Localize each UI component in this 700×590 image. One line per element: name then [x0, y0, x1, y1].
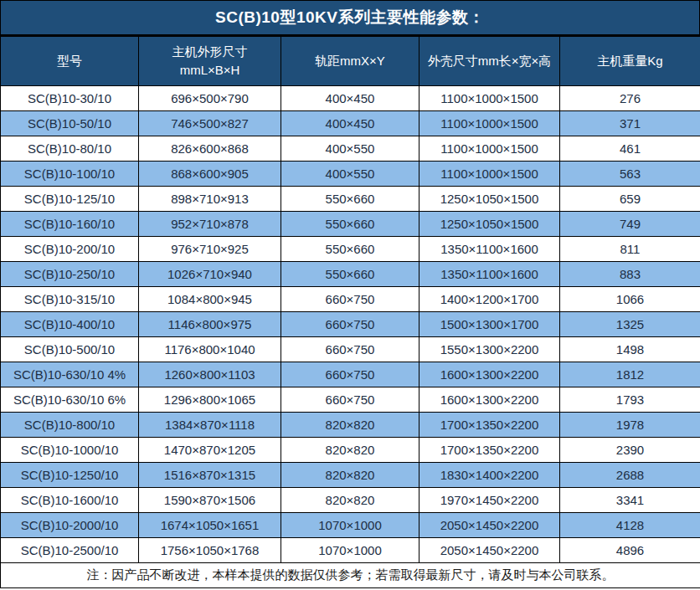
table-row: SC(B)10-50/10746×500×827400×4501100×1000… — [1, 111, 700, 136]
table-row: SC(B)10-1600/101590×870×1506820×8201970×… — [1, 488, 700, 513]
cell-track-gauge: 550×660 — [281, 187, 419, 212]
cell-weight: 1978 — [560, 413, 700, 438]
cell-weight: 4896 — [560, 538, 700, 563]
cell-track-gauge: 660×750 — [281, 312, 419, 337]
cell-unit-size: 1384×870×1118 — [139, 413, 281, 438]
cell-track-gauge: 550×660 — [281, 262, 419, 287]
cell-model: SC(B)10-1000/10 — [1, 438, 139, 463]
column-header-label: 外壳尺寸mm长×宽×高 — [428, 54, 552, 68]
cell-model: SC(B)10-630/10 6% — [1, 387, 139, 413]
column-header-label: 型号 — [57, 54, 82, 68]
cell-shell-size: 2050×1450×2200 — [419, 513, 560, 538]
cell-shell-size: 1100×1000×1500 — [419, 136, 560, 162]
cell-unit-size: 1470×870×1205 — [139, 438, 281, 463]
table-row: SC(B)10-80/10826×600×868400×5501100×1000… — [1, 136, 700, 162]
cell-model: SC(B)10-125/10 — [1, 187, 139, 212]
cell-weight: 883 — [560, 262, 700, 287]
cell-model: SC(B)10-2000/10 — [1, 513, 139, 538]
cell-model: SC(B)10-1600/10 — [1, 488, 139, 513]
table-body: SC(B)10-30/10696×500×790400×4501100×1000… — [1, 86, 700, 563]
table-row: SC(B)10-1250/101516×870×1315820×8201830×… — [1, 463, 700, 488]
cell-model: SC(B)10-250/10 — [1, 262, 139, 287]
cell-unit-size: 1296×800×1065 — [139, 387, 281, 413]
table-row: SC(B)10-250/101026×710×940550×6601350×11… — [1, 262, 700, 287]
cell-unit-size: 976×710×925 — [139, 237, 281, 262]
cell-shell-size: 1700×1350×2200 — [419, 438, 560, 463]
cell-model: SC(B)10-1250/10 — [1, 463, 139, 488]
table-row: SC(B)10-125/10898×710×913550×6601250×105… — [1, 187, 700, 212]
table-row: SC(B)10-100/10868×600×905400×5501100×100… — [1, 162, 700, 187]
cell-shell-size: 1600×1300×2200 — [419, 362, 560, 387]
cell-model: SC(B)10-200/10 — [1, 237, 139, 262]
cell-model: SC(B)10-160/10 — [1, 212, 139, 237]
cell-unit-size: 826×600×868 — [139, 136, 281, 162]
cell-model: SC(B)10-800/10 — [1, 413, 139, 438]
cell-weight: 4128 — [560, 513, 700, 538]
cell-track-gauge: 400×550 — [281, 162, 419, 187]
cell-shell-size: 1250×1050×1500 — [419, 187, 560, 212]
cell-weight: 563 — [560, 162, 700, 187]
cell-model: SC(B)10-2500/10 — [1, 538, 139, 563]
cell-unit-size: 1176×800×1040 — [139, 337, 281, 362]
cell-shell-size: 1700×1350×2200 — [419, 413, 560, 438]
cell-shell-size: 2050×1450×2200 — [419, 538, 560, 563]
cell-track-gauge: 1070×1000 — [281, 513, 419, 538]
table-row: SC(B)10-30/10696×500×790400×4501100×1000… — [1, 86, 700, 111]
table-row: SC(B)10-630/10 6%1296×800×1065660×750160… — [1, 387, 700, 413]
cell-shell-size: 1250×1050×1500 — [419, 212, 560, 237]
cell-unit-size: 696×500×790 — [139, 86, 281, 111]
cell-weight: 461 — [560, 136, 700, 162]
cell-shell-size: 1400×1200×1700 — [419, 287, 560, 312]
spec-table: 型号 主机外形尺寸 mmL×B×H 轨距mmX×Y 外壳尺寸mm长×宽×高 主机… — [0, 36, 700, 588]
table-row: SC(B)10-630/10 4%1260×800×1103660×750160… — [1, 362, 700, 387]
cell-track-gauge: 660×750 — [281, 337, 419, 362]
cell-track-gauge: 400×450 — [281, 86, 419, 111]
cell-track-gauge: 660×750 — [281, 287, 419, 312]
table-footer: 注：因产品不断改进，本样本提供的数据仅供参考；若需取得最新尺寸，请及时与本公司联… — [1, 563, 700, 588]
cell-model: SC(B)10-315/10 — [1, 287, 139, 312]
cell-unit-size: 898×710×913 — [139, 187, 281, 212]
cell-track-gauge: 820×820 — [281, 488, 419, 513]
cell-unit-size: 1026×710×940 — [139, 262, 281, 287]
cell-track-gauge: 400×550 — [281, 136, 419, 162]
cell-model: SC(B)10-80/10 — [1, 136, 139, 162]
cell-unit-size: 1674×1050×1651 — [139, 513, 281, 538]
spec-sheet: SC(B)10型10KV系列主要性能参数： 型号 主机外形尺寸 mmL×B×H … — [0, 0, 700, 588]
column-header-sublabel: mmL×B×H — [141, 61, 279, 80]
cell-weight: 1812 — [560, 362, 700, 387]
table-row: SC(B)10-2000/101674×1050×16511070×100020… — [1, 513, 700, 538]
column-header-model: 型号 — [1, 37, 139, 86]
cell-weight: 2390 — [560, 438, 700, 463]
table-row: SC(B)10-1000/101470×870×1205820×8201700×… — [1, 438, 700, 463]
cell-shell-size: 1100×1000×1500 — [419, 111, 560, 136]
cell-shell-size: 1350×1100×1600 — [419, 237, 560, 262]
cell-weight: 811 — [560, 237, 700, 262]
cell-shell-size: 1500×1300×1700 — [419, 312, 560, 337]
cell-unit-size: 1146×800×975 — [139, 312, 281, 337]
cell-weight: 1066 — [560, 287, 700, 312]
note-row: 注：因产品不断改进，本样本提供的数据仅供参考；若需取得最新尺寸，请及时与本公司联… — [1, 563, 700, 588]
cell-track-gauge: 820×820 — [281, 463, 419, 488]
table-row: SC(B)10-315/101084×800×945660×7501400×12… — [1, 287, 700, 312]
cell-shell-size: 1100×1000×1500 — [419, 162, 560, 187]
column-header-label: 主机外形尺寸 — [141, 43, 279, 62]
table-row: SC(B)10-200/10976×710×925550×6601350×110… — [1, 237, 700, 262]
column-header-track-gauge: 轨距mmX×Y — [281, 37, 419, 86]
cell-shell-size: 1970×1450×2200 — [419, 488, 560, 513]
footnote: 注：因产品不断改进，本样本提供的数据仅供参考；若需取得最新尺寸，请及时与本公司联… — [1, 563, 700, 588]
cell-weight: 1498 — [560, 337, 700, 362]
cell-weight: 3341 — [560, 488, 700, 513]
cell-track-gauge: 660×750 — [281, 387, 419, 413]
cell-unit-size: 952×710×878 — [139, 212, 281, 237]
cell-weight: 659 — [560, 187, 700, 212]
cell-unit-size: 1260×800×1103 — [139, 362, 281, 387]
cell-unit-size: 1084×800×945 — [139, 287, 281, 312]
header-row: 型号 主机外形尺寸 mmL×B×H 轨距mmX×Y 外壳尺寸mm长×宽×高 主机… — [1, 37, 700, 86]
table-row: SC(B)10-800/101384×870×1118820×8201700×1… — [1, 413, 700, 438]
table-row: SC(B)10-2500/101756×1050×17681070×100020… — [1, 538, 700, 563]
cell-model: SC(B)10-500/10 — [1, 337, 139, 362]
cell-weight: 371 — [560, 111, 700, 136]
cell-model: SC(B)10-30/10 — [1, 86, 139, 111]
cell-model: SC(B)10-630/10 4% — [1, 362, 139, 387]
cell-track-gauge: 550×660 — [281, 212, 419, 237]
